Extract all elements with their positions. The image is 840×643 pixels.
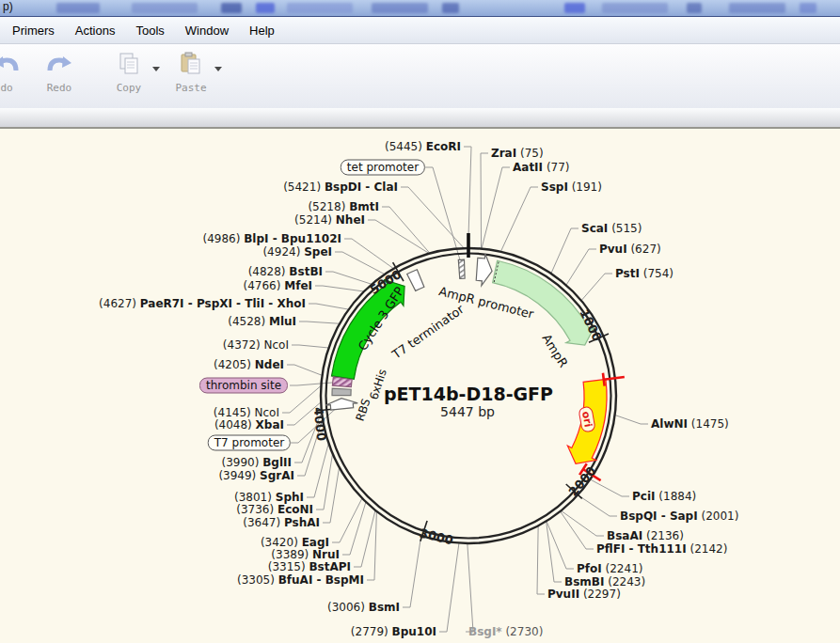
titlebar-blur-artifact xyxy=(256,3,275,13)
undo-button[interactable]: do xyxy=(0,50,32,94)
site-label-PciI[interactable]: PciI (1884) xyxy=(632,490,696,503)
plasmid-name: pET14b-D18-GFP xyxy=(384,384,553,404)
site-label-BstAPI[interactable]: (3315) BstAPI xyxy=(268,560,351,573)
site-label-NheI[interactable]: (5214) NheI xyxy=(294,213,365,227)
titlebar-blur-artifact xyxy=(800,3,816,13)
redo-label: Redo xyxy=(47,82,72,94)
window-titlebar[interactable]: p) xyxy=(0,0,840,17)
feature-label-AmpR: AmpR xyxy=(539,332,570,370)
feature-callout-tet-promoter[interactable]: tet promoter xyxy=(341,160,425,176)
site-label-BmtI[interactable]: (5218) BmtI xyxy=(308,200,379,213)
menu-bar: Primers Actions Tools Window Help xyxy=(0,17,840,44)
menu-primers[interactable]: Primers xyxy=(2,18,65,43)
titlebar-blur-artifact xyxy=(132,3,198,13)
site-label-NdeI[interactable]: (4205) NdeI xyxy=(214,358,284,371)
site-label-SgrAI[interactable]: (3949) SgrAI xyxy=(218,469,294,482)
titlebar-blur-artifact xyxy=(56,3,100,13)
redo-arrow-icon xyxy=(46,50,72,78)
redo-button[interactable]: Redo xyxy=(34,50,85,94)
site-label-PaeR7I-PspXI-TliI-XhoI[interactable]: (4627) PaeR7I - PspXI - TliI - XhoI xyxy=(99,297,306,310)
window-title: p) xyxy=(3,0,13,13)
toolbar: do Redo Copy xyxy=(0,44,840,108)
tick-label-3000: 3000 xyxy=(419,526,455,548)
menu-help[interactable]: Help xyxy=(239,18,285,43)
titlebar-blur-artifact xyxy=(442,3,459,13)
paste-clipboard-icon xyxy=(179,50,203,78)
site-label-EcoRI[interactable]: (5445) EcoRI xyxy=(385,140,461,153)
site-label-MfeI[interactable]: (4766) MfeI xyxy=(244,279,312,292)
site-label-EagI[interactable]: (3420) EagI xyxy=(261,536,329,549)
copy-pages-icon xyxy=(117,50,141,78)
site-label-PshAI[interactable]: (3647) PshAI xyxy=(243,516,320,529)
site-label-BstBI[interactable]: (4828) BstBI xyxy=(248,265,323,278)
site-label-AatII[interactable]: AatII (77) xyxy=(513,161,570,174)
feature-label-T7-terminator: T7 terminator xyxy=(389,302,467,362)
application-window: p) Primers Actions Tools Window Help do … xyxy=(0,0,840,643)
site-label-ScaI[interactable]: ScaI (515) xyxy=(581,222,642,235)
undo-arrow-icon xyxy=(0,50,20,78)
plasmid-size: 5447 bp xyxy=(440,404,495,419)
tick-label-1000: 1000 xyxy=(577,306,604,343)
site-label-ZraI[interactable]: ZraI (75) xyxy=(491,147,544,160)
site-label-BfuAI-BspMI[interactable]: (3305) BfuAI - BspMI xyxy=(237,573,364,587)
site-label-PflFI-Tth111I[interactable]: PflFI - Tth111I (2142) xyxy=(596,542,727,556)
site-label-BsgI-[interactable]: BsgI* (2730) xyxy=(468,625,543,638)
paste-button[interactable]: Paste xyxy=(166,50,216,94)
site-label-PfoI[interactable]: PfoI (2241) xyxy=(577,562,642,575)
copy-label: Copy xyxy=(117,82,142,94)
feature-callout-T7-promoter[interactable]: T7 promoter xyxy=(208,435,291,451)
titlebar-blur-artifact xyxy=(372,3,428,13)
plasmid-map-canvas[interactable]: pET14b-D18-GFP 5447 bp (5445) EcoRIZraI … xyxy=(0,129,840,643)
site-label-NcoI[interactable]: (4145) NcoI xyxy=(214,406,279,419)
menu-actions[interactable]: Actions xyxy=(65,18,126,43)
site-label-PvuII[interactable]: PvuII (2297) xyxy=(547,588,621,601)
site-label-NruI[interactable]: (3389) NruI xyxy=(271,548,340,561)
undo-label: do xyxy=(0,82,12,94)
site-label-PstI[interactable]: PstI (754) xyxy=(615,267,674,280)
site-label-BspDI-ClaI[interactable]: (5421) BspDI - ClaI xyxy=(283,180,398,194)
site-label-AlwNI[interactable]: AlwNI (1475) xyxy=(651,417,729,431)
paste-dropdown-caret[interactable] xyxy=(214,67,222,71)
tick-label-2000: 2000 xyxy=(566,463,599,498)
site-label-SspI[interactable]: SspI (191) xyxy=(541,180,602,194)
titlebar-blur-artifact xyxy=(287,3,353,13)
copy-button[interactable]: Copy xyxy=(103,50,154,94)
titlebar-blur-artifact xyxy=(729,3,785,13)
paste-label: Paste xyxy=(175,82,206,94)
copy-dropdown-caret[interactable] xyxy=(152,67,160,71)
titlebar-blur-artifact xyxy=(687,3,702,13)
menu-window[interactable]: Window xyxy=(175,18,239,43)
site-label-Bpu10I[interactable]: (2779) Bpu10I xyxy=(351,625,436,638)
titlebar-blur-artifact xyxy=(602,3,668,13)
site-label-BsmI[interactable]: (3006) BsmI xyxy=(327,601,400,614)
site-label-BsaAI[interactable]: BsaAI (2136) xyxy=(607,529,684,542)
site-label-SpeI[interactable]: (4924) SpeI xyxy=(262,245,332,259)
feature-label-ori: ori xyxy=(578,406,595,433)
titlebar-blur-artifact xyxy=(221,3,242,13)
menu-tools[interactable]: Tools xyxy=(125,18,174,43)
map-labels-layer: pET14b-D18-GFP 5447 bp (5445) EcoRIZraI … xyxy=(0,129,840,643)
feature-label-RBS: RBS xyxy=(354,397,373,422)
site-label-PvuI[interactable]: PvuI (627) xyxy=(599,243,661,256)
site-label-EcoNI[interactable]: (3736) EcoNI xyxy=(236,503,313,516)
toolbar-substrip xyxy=(0,108,840,129)
site-label-BglII[interactable]: (3990) BglII xyxy=(222,456,293,469)
site-label-BlpI-Bpu1102I[interactable]: (4986) BlpI - Bpu1102I xyxy=(202,232,341,245)
site-label-NcoI[interactable]: (4372) NcoI xyxy=(223,338,289,352)
tick-label-4000: 4000 xyxy=(311,406,329,442)
site-label-BsmBI[interactable]: BsmBI (2243) xyxy=(564,575,645,588)
site-label-BspQI-SapI[interactable]: BspQI - SapI (2001) xyxy=(620,510,738,523)
feature-callout-thrombin-site[interactable]: thrombin site xyxy=(199,378,288,394)
site-label-SphI[interactable]: (3801) SphI xyxy=(234,491,304,504)
site-label-MluI[interactable]: (4528) MluI xyxy=(228,315,296,328)
site-label-XbaI[interactable]: (4048) XbaI xyxy=(214,418,284,431)
titlebar-blur-artifact xyxy=(564,3,585,13)
